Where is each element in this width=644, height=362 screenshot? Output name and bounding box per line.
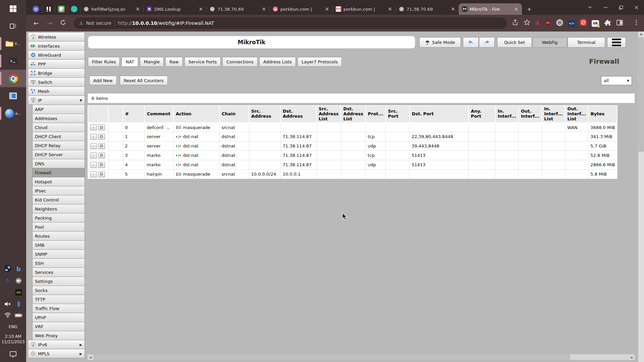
duplicate-rule-button[interactable]: D bbox=[98, 162, 105, 168]
column-header[interactable]: Action bbox=[173, 106, 219, 123]
pinned-pause-icon[interactable] bbox=[42, 5, 55, 13]
horizontal-scrollbar-thumb[interactable] bbox=[94, 355, 570, 360]
taskbar-chrome-app[interactable] bbox=[0, 70, 26, 87]
browser-tab-porkbun-com[interactable]: porkbun.com |× bbox=[270, 3, 333, 15]
notification-center-button[interactable] bbox=[0, 347, 26, 362]
tray-bluetooth-icon[interactable] bbox=[16, 301, 21, 308]
duplicate-rule-button[interactable]: D bbox=[98, 153, 105, 159]
redo-button[interactable] bbox=[479, 37, 495, 48]
tray-steam-icon[interactable] bbox=[4, 265, 11, 274]
tray-bing-icon[interactable]: b bbox=[15, 265, 22, 273]
table-row[interactable]: -D3markodst-natdstnat71.38.114.87tcp5141… bbox=[88, 151, 617, 160]
sidebar-item-ipsec[interactable]: IPsec bbox=[32, 186, 85, 195]
browser-tab-dns-lookup[interactable]: NDNS Lookup× bbox=[144, 3, 207, 15]
column-header[interactable]: Src. Address bbox=[249, 106, 280, 123]
table-row[interactable]: -D0defconf: ...masqueradesrcnatWAN3688.0… bbox=[88, 123, 617, 132]
taskbar-task-view-button[interactable] bbox=[0, 17, 26, 35]
tab-close-icon[interactable]: × bbox=[387, 6, 393, 12]
pinned-adguard-icon[interactable] bbox=[55, 5, 68, 13]
sidebar-item-interfaces[interactable]: Interfaces bbox=[28, 41, 85, 51]
sidebar-item-smb[interactable]: SMB bbox=[32, 240, 85, 250]
vertical-scrollbar[interactable]: ▲ bbox=[638, 32, 644, 362]
sidebar-item-mesh[interactable]: Mesh bbox=[28, 86, 85, 96]
disable-rule-button[interactable]: - bbox=[90, 134, 97, 140]
sidebar-item-dhcp-client[interactable]: DHCP Client bbox=[32, 132, 85, 141]
table-row[interactable]: -D1serverdst-natdstnat71.38.114.87tcp22,… bbox=[88, 132, 617, 141]
tray-volume-muted-icon[interactable] bbox=[4, 301, 11, 308]
duplicate-rule-button[interactable]: D bbox=[98, 134, 105, 140]
browser-tab-71-38-70-69[interactable]: 71.38.70.69× bbox=[396, 3, 459, 15]
toolbar-split-screen-icon[interactable] bbox=[616, 19, 623, 27]
vr-icon[interactable]: VR bbox=[592, 20, 599, 27]
taskbar-start-button[interactable] bbox=[0, 0, 26, 17]
sidebar-item-dhcp-server[interactable]: DHCP Server bbox=[32, 150, 85, 159]
sidebar-item-addresses[interactable]: Addresses bbox=[32, 114, 85, 123]
column-header[interactable]: Dst. Address bbox=[280, 106, 316, 123]
toolbar-ublock-icon[interactable]: uO bbox=[544, 19, 551, 27]
reload-button[interactable] bbox=[57, 19, 69, 27]
counter-badge[interactable]: 4 bbox=[535, 20, 539, 26]
sidebar-item-kid-control[interactable]: Kid Control bbox=[32, 195, 85, 204]
sidebar-item-dhcp-relay[interactable]: DHCP Relay bbox=[32, 141, 85, 150]
column-header[interactable]: Bytes bbox=[588, 106, 617, 123]
window-control-minimize-icon[interactable] bbox=[598, 0, 613, 15]
forward-button[interactable]: → bbox=[44, 19, 56, 27]
taskbar-window-app[interactable] bbox=[0, 87, 26, 105]
sidebar-item-bridge[interactable]: Bridge bbox=[28, 68, 85, 78]
firewall-tab-mangle[interactable]: Mangle bbox=[140, 57, 164, 67]
sidebar-item-hotspot[interactable]: Hotspot bbox=[32, 177, 85, 186]
sidebar-item-socks[interactable]: Socks bbox=[32, 286, 85, 295]
sidebar-item-wireguard[interactable]: WireGuard bbox=[28, 50, 85, 60]
tab-close-icon[interactable]: × bbox=[261, 6, 267, 12]
tab-close-icon[interactable]: × bbox=[135, 6, 141, 12]
table-row[interactable]: -D2serverdst-natdstnat71.38.114.87udp39,… bbox=[88, 141, 617, 151]
sidebar-item-wireless[interactable]: Wireless bbox=[28, 32, 85, 42]
sidebar-item-upnp[interactable]: UPnP bbox=[32, 313, 85, 322]
column-header[interactable]: In. Interf... List bbox=[542, 106, 565, 123]
taskbar-terminal-app[interactable] bbox=[0, 52, 26, 70]
firewall-tab-address-lists[interactable]: Address Lists bbox=[259, 57, 296, 67]
tray-meet-now-icon[interactable] bbox=[15, 278, 22, 285]
scroll-right-arrow-icon[interactable]: ► bbox=[629, 354, 635, 360]
tray-arrows-up-icon[interactable] bbox=[4, 278, 11, 285]
toolbar-code-tool-icon[interactable]: </> bbox=[568, 19, 575, 27]
firewall-tab-filter-rules[interactable]: Filter Rules bbox=[88, 57, 120, 67]
sidebar-item-ipv6[interactable]: v6IPv6▶ bbox=[28, 340, 85, 349]
column-header[interactable]: Chain bbox=[219, 106, 249, 123]
column-header[interactable]: Dst. Address List bbox=[341, 106, 365, 123]
back-button[interactable]: ← bbox=[30, 19, 42, 27]
firewall-tab-layer7-protocols[interactable]: Layer7 Protocols bbox=[298, 57, 342, 67]
column-header[interactable]: Out. Interf... List bbox=[565, 106, 588, 123]
column-header[interactable]: Src. Port bbox=[386, 106, 410, 123]
toolbar-react-devtools-icon[interactable] bbox=[556, 19, 563, 27]
disable-rule-button[interactable]: - bbox=[90, 153, 97, 159]
sidebar-item-arp[interactable]: ARP bbox=[32, 105, 85, 114]
pinned-globe-teal-icon[interactable] bbox=[68, 5, 80, 13]
sidebar-item-pool[interactable]: Pool bbox=[32, 222, 85, 232]
taskbar-clock[interactable]: 2:10 AM 11/21/2023 bbox=[0, 334, 26, 345]
column-header[interactable]: # bbox=[123, 106, 145, 123]
sidebar-item-dns[interactable]: DNS bbox=[32, 159, 85, 168]
duplicate-rule-button[interactable]: D bbox=[98, 171, 105, 177]
tray-wifi-icon[interactable] bbox=[4, 312, 11, 319]
column-header[interactable] bbox=[108, 106, 123, 123]
reset-all-counters-button[interactable]: Reset All Counters bbox=[120, 76, 168, 85]
terminal-button[interactable]: Terminal bbox=[568, 37, 605, 48]
window-control-close-icon[interactable] bbox=[629, 0, 644, 15]
language-indicator[interactable]: ENG bbox=[0, 324, 26, 329]
tab-close-icon[interactable]: × bbox=[324, 6, 330, 12]
tab-close-icon[interactable]: × bbox=[198, 6, 204, 12]
toolbar-stop-red-icon[interactable] bbox=[580, 19, 587, 27]
safe-mode-button[interactable]: Safe Mode bbox=[419, 37, 461, 48]
menu-hamburger-button[interactable] bbox=[607, 37, 626, 48]
column-header[interactable]: Any. Port bbox=[469, 106, 495, 123]
add-new-button[interactable]: Add New bbox=[89, 76, 117, 85]
address-bar[interactable]: ⚠ Not secure http://10.0.0.10/webfig/#IP… bbox=[74, 17, 506, 29]
tray-battery-icon[interactable] bbox=[15, 312, 22, 319]
disable-rule-button[interactable]: - bbox=[90, 162, 97, 168]
sidebar-item-snmp[interactable]: SNMP bbox=[32, 249, 85, 259]
sidebar-item-switch[interactable]: Switch bbox=[28, 77, 85, 87]
disable-rule-button[interactable]: - bbox=[90, 171, 97, 177]
table-row[interactable]: -D5hairpinmasqueradesrcnat10.0.0.0/2410.… bbox=[88, 170, 617, 179]
taskbar-file-explorer-app[interactable]: X... bbox=[0, 35, 26, 52]
